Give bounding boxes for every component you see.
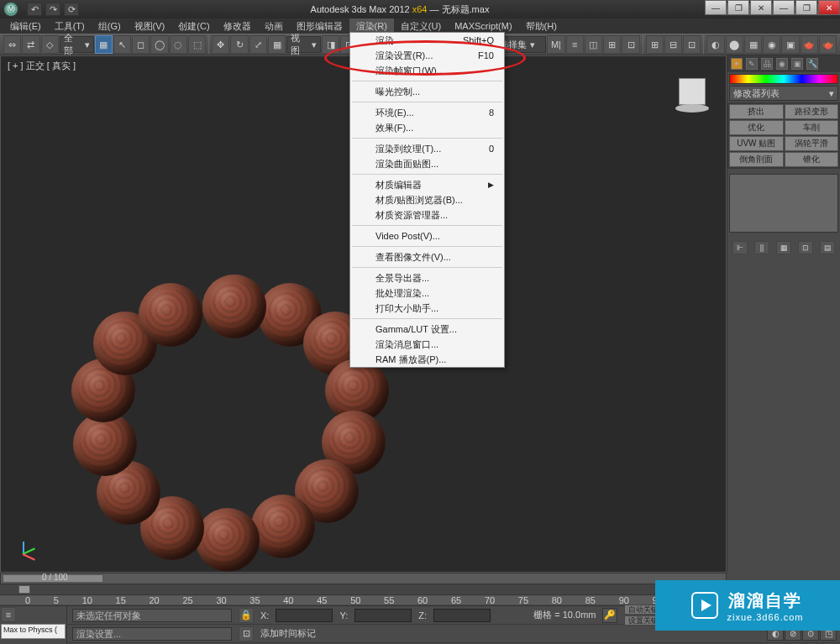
lock-selection-icon[interactable]: 🔒 [239,608,254,623]
paint-select-icon[interactable]: ◌ [170,35,187,54]
win-close-button[interactable]: ✕ [818,0,840,15]
menu-edit[interactable]: 编辑(E) [3,18,48,34]
configure-sets-icon[interactable]: ▤ [820,241,835,254]
quick-render-icon[interactable]: 🫖 [819,35,837,54]
menu-video-post[interactable]: Video Post(V)... [350,228,504,243]
mirror-icon[interactable]: M| [547,35,564,54]
scene-explorer-icon[interactable]: ⊡ [683,35,701,54]
menu-render-texture[interactable]: 渲染到纹理(T)...0 [350,141,504,156]
modifier-list-dropdown[interactable]: 修改器列表▾ [729,86,838,101]
menu-ram-player[interactable]: RAM 播放器(P)... [350,352,504,367]
modifier-stack[interactable] [729,174,838,233]
viewport-label[interactable]: [ + ] 正交 [ 真实 ] [8,60,76,72]
menu-views[interactable]: 视图(V) [128,18,172,34]
menu-material-browser[interactable]: 材质/贴图浏览器(B)... [350,192,504,207]
window-crossing-icon[interactable]: ◯ [150,35,168,54]
win-max-button[interactable]: ❐ [795,0,817,15]
menu-gamma-lut[interactable]: Gamma/LUT 设置... [350,322,504,337]
select-by-name-icon[interactable]: ↖ [113,35,131,54]
menu-animation[interactable]: 动画 [258,18,290,34]
mod-lathe-button[interactable]: 车削 [785,120,839,135]
link-icon[interactable]: ⇔ [3,35,21,54]
menu-maxscript[interactable]: MAXScript(M) [448,19,518,33]
mod-extrude-button[interactable]: 挤出 [729,104,784,119]
add-time-tag[interactable]: 添加时间标记 [260,627,316,640]
track-view-icon[interactable]: ⊟ [664,35,682,54]
y-input[interactable] [354,609,412,622]
time-ruler[interactable]: 0510 152025 303540 455055 606570 758085 … [0,594,727,605]
create-tab-icon[interactable]: ✦ [731,58,743,70]
mod-uvw-button[interactable]: UVW 贴图 [729,136,784,151]
utilities-tab-icon[interactable]: 🔧 [806,58,818,70]
menu-environment[interactable]: 环境(E)...8 [350,105,504,120]
lasso-select-icon[interactable]: ⬚ [188,35,206,54]
render-production-icon[interactable]: ▣ [781,35,799,54]
qat-redo[interactable]: ↷ [45,3,60,16]
quick-align-icon[interactable]: ◫ [585,35,602,54]
menu-effects[interactable]: 效果(F)... [350,120,504,135]
menu-exposure-control[interactable]: 曝光控制... [350,84,504,99]
selection-filter-dropdown[interactable]: 全部▾ [60,36,94,53]
app-icon[interactable]: Ⓜ [3,2,18,17]
hierarchy-tab-icon[interactable]: 品 [761,58,773,70]
ref-coord-icon[interactable]: ▦ [268,35,286,54]
scene-object-beads[interactable] [68,275,387,594]
time-slider[interactable] [0,584,727,594]
render-iterative-icon[interactable]: 🫖 [801,35,818,54]
make-unique-icon[interactable]: ▦ [776,241,791,254]
menu-create[interactable]: 创建(C) [171,18,216,34]
align-icon[interactable]: ≡ [566,35,584,54]
pin-stack-icon[interactable]: ⊩ [732,241,748,254]
pivot-icon[interactable]: ◨ [322,35,339,54]
display-tab-icon[interactable]: ▣ [791,58,803,70]
motion-tab-icon[interactable]: ◉ [776,58,788,70]
qat-undo[interactable]: ↶ [27,3,42,16]
isolate-icon[interactable]: ⊡ [239,626,254,641]
curve-editor-icon[interactable]: ⊡ [622,35,639,54]
menu-material-explorer[interactable]: 材质资源管理器... [350,207,504,223]
material-editor-icon[interactable]: ◐ [706,35,724,54]
rotate-icon[interactable]: ↻ [230,35,248,54]
layer-icon[interactable]: ⊞ [603,35,621,54]
viewport-scrollbar[interactable]: 0 / 100 [0,573,727,584]
doc-close-button[interactable]: ✕ [750,0,772,15]
mod-bevelprofile-button[interactable]: 倒角剖面 [729,152,784,167]
slate-material-icon[interactable]: ⬤ [726,35,743,54]
select-object-icon[interactable]: ▦ [95,35,113,54]
doc-min-button[interactable]: — [705,0,727,15]
viewcube[interactable] [675,78,709,112]
menu-print-size[interactable]: 打印大小助手... [350,301,504,316]
schematic-icon[interactable]: ⊞ [646,35,664,54]
mod-optimize-button[interactable]: 优化 [729,120,784,135]
remove-modifier-icon[interactable]: ⊡ [798,241,813,254]
script-listener-icon[interactable]: ≡ [1,607,16,622]
menu-render[interactable]: 渲染Shift+Q [350,33,504,48]
object-color-swatch[interactable] [729,74,838,84]
select-rect-icon[interactable]: ◻ [132,35,150,54]
doc-max-button[interactable]: ❐ [727,0,749,15]
z-input[interactable] [433,609,491,622]
win-min-button[interactable]: — [773,0,795,15]
menu-help[interactable]: 帮助(H) [519,18,564,34]
menu-group[interactable]: 组(G) [92,18,128,34]
x-input[interactable] [276,609,333,622]
key-icon[interactable]: 🔑 [602,608,617,623]
menu-panorama-export[interactable]: 全景导出器... [350,270,504,285]
show-end-result-icon[interactable]: || [754,241,769,254]
move-icon[interactable]: ✥ [212,35,229,54]
render-frame-icon[interactable]: ◉ [763,35,780,54]
menu-batch-render[interactable]: 批处理渲染... [350,285,504,301]
modify-tab-icon[interactable]: ✎ [746,58,758,70]
menu-view-image[interactable]: 查看图像文件(V)... [350,249,504,264]
menu-render-message[interactable]: 渲染消息窗口... [350,337,504,352]
menu-render-setup[interactable]: 渲染设置(R)...F10 [350,48,504,63]
mod-pathdeform-button[interactable]: 路径变形 [785,104,839,119]
bind-icon[interactable]: ◇ [41,35,59,54]
qat-more[interactable]: ⟳ [64,3,79,16]
menu-modifiers[interactable]: 修改器 [217,18,258,34]
scale-icon[interactable]: ⤢ [249,35,267,54]
mod-turbosmooth-button[interactable]: 涡轮平滑 [785,136,839,151]
render-setup-icon[interactable]: ▦ [744,35,762,54]
unlink-icon[interactable]: ⇄ [22,35,39,54]
menu-render-surface-map[interactable]: 渲染曲面贴图... [350,156,504,171]
